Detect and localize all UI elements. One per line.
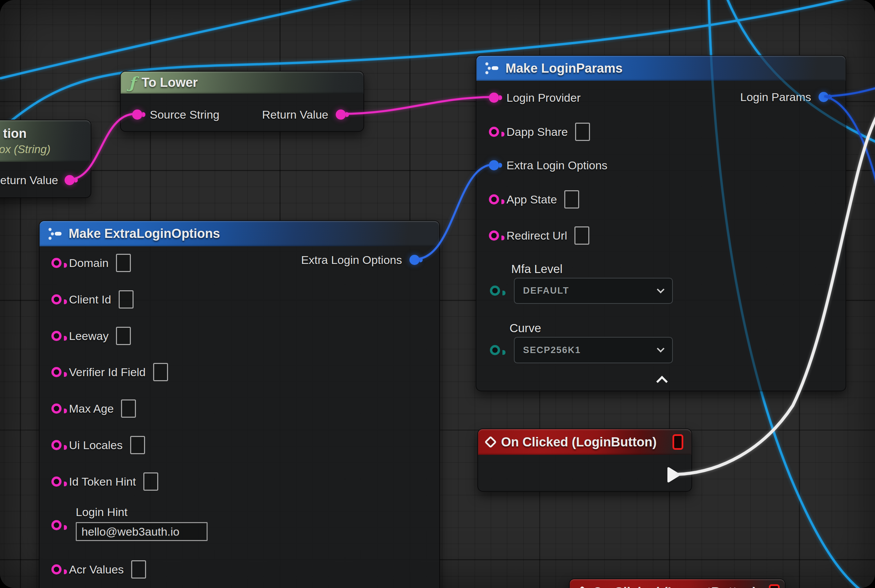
return-value-output-pin[interactable] [336,110,346,120]
node-partial-function-header[interactable]: tion ox (String) [0,120,90,162]
curve-dropdown[interactable]: SECP256K1 [514,337,673,363]
verifier-id-field-value-box[interactable] [153,363,168,381]
pin-label-login-provider: Login Provider [507,91,580,104]
client-id-input-pin[interactable] [51,294,62,304]
dapp-share-value-box[interactable] [575,123,590,141]
node-partial-function-title: tion [3,126,27,141]
pin-label-dapp-share: Dapp Share [507,125,568,138]
node-to-lower-header[interactable]: ƒ To Lower [121,72,364,94]
curve-input-pin[interactable] [490,345,500,355]
domain-input-pin[interactable] [51,258,62,268]
pin-label-login-params-out: Login Params [740,91,811,104]
collapse-node-chevron-icon[interactable] [656,376,668,387]
node-on-clicked-login-button[interactable]: On Clicked (LoginButton) [477,429,692,492]
pin-label-id-token-hint: Id Token Hint [69,475,136,488]
ui-locales-input-pin[interactable] [51,440,62,450]
node-on-clicked-login-button-title: On Clicked (LoginButton) [501,435,657,450]
pin-label-return-value: Return Value [0,174,58,187]
make-struct-icon [48,227,63,241]
node-on-clicked-logout-button[interactable]: On Clicked (LogoutButton) [569,579,785,588]
acr-values-input-pin[interactable] [51,564,62,574]
max-age-input-pin[interactable] [51,404,62,414]
pin-label-max-age: Max Age [69,402,114,416]
chevron-down-icon [657,345,665,352]
login-provider-input-pin[interactable] [489,93,499,103]
login-hint-value: hello@web3auth.io [81,525,179,538]
return-value-output-pin[interactable] [65,175,75,185]
delegate-square-icon[interactable] [769,584,780,588]
delegate-square-icon[interactable] [672,434,683,450]
blueprint-editor-screenshot: tion ox (String) Return Value ƒ To Lower… [0,0,875,588]
make-struct-icon [484,62,499,75]
mfa-level-label: Mfa Level [511,262,562,276]
node-on-clicked-logout-button-title: On Clicked (LogoutButton) [593,585,757,588]
node-make-login-params[interactable]: Make LoginParams Login Params Login Prov… [476,55,846,392]
event-diamond-icon [484,436,497,448]
redirect-url-input-pin[interactable] [489,231,499,241]
redirect-url-value-box[interactable] [574,226,589,244]
function-f-icon: ƒ [129,75,135,91]
max-age-value-box[interactable] [121,399,136,418]
wire-cyan-upper-left[interactable] [0,0,365,78]
leeway-input-pin[interactable] [51,331,62,341]
chevron-down-icon [657,285,665,293]
id-token-hint-input-pin[interactable] [51,477,62,487]
blueprint-canvas[interactable]: tion ox (String) Return Value ƒ To Lower… [0,0,875,588]
app-state-input-pin[interactable] [489,194,499,204]
node-make-extra-login-options-header[interactable]: Make ExtraLoginOptions [39,221,439,246]
exec-output-pin[interactable] [667,466,680,483]
mfa-level-input-pin[interactable] [490,285,500,296]
node-to-lower[interactable]: ƒ To Lower Source String Return Value [120,71,364,132]
id-token-hint-value-box[interactable] [143,472,158,490]
pin-label-return-value: Return Value [262,108,328,122]
mfa-level-dropdown[interactable]: DEFAULT [514,278,673,304]
node-make-extra-login-options[interactable]: Make ExtraLoginOptions Extra Login Optio… [39,220,440,588]
pin-label-redirect-url: Redirect Url [507,229,567,242]
node-partial-function[interactable]: tion ox (String) Return Value [0,120,91,198]
pin-label-extra-login-options-out: Extra Login Options [301,254,402,267]
domain-value-box[interactable] [116,254,131,272]
pin-label-extra-login-options: Extra Login Options [507,159,607,172]
login-params-output-pin[interactable] [819,92,829,102]
node-make-extra-login-options-title: Make ExtraLoginOptions [69,226,220,241]
curve-value: SECP256K1 [523,345,581,356]
pin-label-ui-locales: Ui Locales [69,439,123,452]
extra-login-options-output-pin[interactable] [409,255,419,265]
pin-label-source-string: Source String [150,108,220,122]
source-string-input-pin[interactable] [132,110,142,120]
pin-label-acr-values: Acr Values [69,563,124,576]
node-make-login-params-header[interactable]: Make LoginParams [477,56,846,81]
pin-label-verifier-id-field: Verifier Id Field [69,366,146,379]
acr-values-value-box[interactable] [131,560,146,579]
mfa-level-value: DEFAULT [523,285,569,296]
extra-login-options-input-pin[interactable] [489,160,499,170]
client-id-value-box[interactable] [119,290,134,309]
node-to-lower-title: To Lower [142,75,198,90]
node-on-clicked-login-button-header[interactable]: On Clicked (LoginButton) [478,429,692,455]
curve-label: Curve [510,321,541,335]
leeway-value-box[interactable] [116,327,131,345]
login-hint-text-field[interactable]: hello@web3auth.io [76,522,207,541]
pin-label-login-hint: Login Hint [76,506,128,519]
pin-label-app-state: App State [507,193,557,206]
app-state-value-box[interactable] [564,190,579,208]
event-diamond-icon [576,586,589,588]
dapp-share-input-pin[interactable] [489,127,499,137]
node-make-login-params-title: Make LoginParams [505,61,622,76]
pin-label-leeway: Leeway [69,330,108,343]
ui-locales-value-box[interactable] [130,436,145,454]
node-on-clicked-logout-button-header[interactable]: On Clicked (LogoutButton) [570,579,785,588]
pin-label-domain: Domain [69,256,108,270]
login-hint-input-pin[interactable] [51,520,62,530]
node-partial-function-subtitle: ox (String) [0,143,50,156]
wire-tolower-to-loginprovider[interactable] [341,97,493,114]
pin-label-client-id: Client Id [69,293,111,306]
verifier-id-field-input-pin[interactable] [51,367,62,377]
